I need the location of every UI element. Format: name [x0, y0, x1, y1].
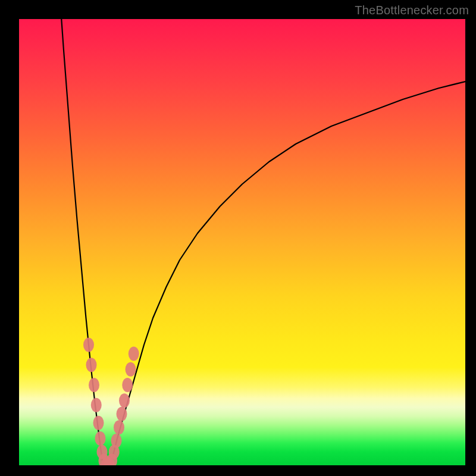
watermark-text: TheBottlenecker.com [355, 4, 469, 17]
data-marker [129, 347, 139, 361]
plot-area [19, 19, 465, 465]
data-marker [91, 398, 102, 412]
data-marker [111, 434, 122, 448]
data-marker [122, 378, 133, 392]
curve-right-branch [111, 82, 465, 465]
data-marker [83, 338, 94, 352]
data-marker [126, 362, 136, 377]
chart-frame: TheBottlenecker.com [0, 0, 476, 476]
data-marker [119, 393, 130, 408]
data-marker [86, 358, 97, 372]
data-marker [117, 407, 127, 421]
data-marker [89, 378, 99, 392]
data-marker [95, 431, 106, 446]
data-marker [93, 416, 104, 430]
data-marker [114, 420, 124, 434]
curve-layer [19, 19, 465, 465]
